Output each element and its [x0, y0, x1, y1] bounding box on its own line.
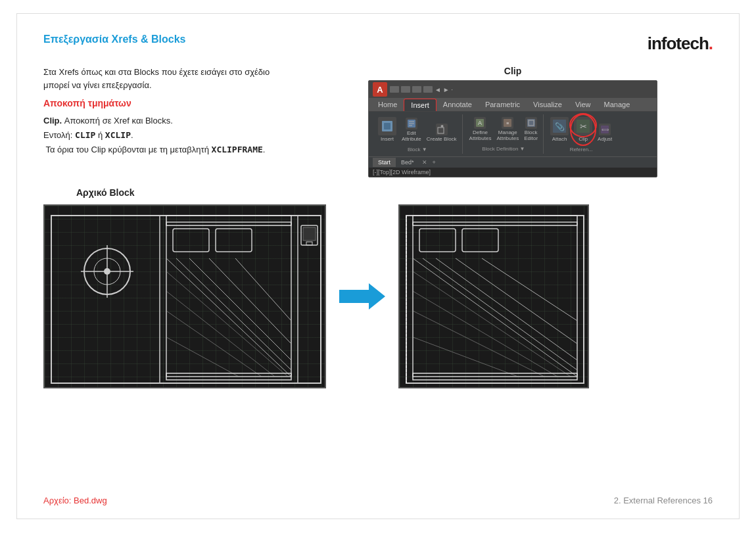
instructions: Clip. Αποκοπή σε Xref και Blocks. Εντολή…	[43, 114, 293, 157]
page-number: 2. External References 16	[614, 496, 713, 505]
block-editor-icon	[525, 117, 537, 129]
icon-1	[390, 86, 399, 93]
svg-text:A: A	[478, 120, 482, 126]
define-attr-label: DefineAttributes	[469, 130, 492, 142]
adjust-label: Adjust	[598, 137, 612, 143]
create-block-label: Create Block	[427, 137, 457, 143]
tab-manage: Manage	[598, 99, 637, 111]
svg-rect-30	[216, 229, 252, 252]
attach-btn: 📎 Attach	[549, 116, 570, 144]
ribbon-group-blockdef: A DefineAttributes ≡ ManageAttributes	[464, 114, 544, 154]
svg-rect-59	[413, 216, 577, 225]
section-title: Αποκοπή τμημάτων	[43, 98, 293, 108]
footer-close: ✕	[419, 158, 430, 167]
svg-line-51	[423, 258, 577, 370]
clip-icon: ✂	[574, 117, 592, 135]
svg-line-34	[209, 258, 291, 344]
header: Επεξεργασία Xrefs & Blocks infotech.	[43, 34, 713, 54]
logo: infotech.	[648, 34, 713, 54]
footer-new-tab: +	[430, 158, 438, 167]
ribbon-group-reference: 📎 Attach ✂ Clip	[545, 114, 617, 154]
svg-text:📎: 📎	[555, 122, 565, 131]
tab-home: Home	[371, 99, 404, 111]
svg-rect-49	[462, 229, 498, 252]
manage-attr-icon: ≡	[502, 117, 513, 129]
tab-view: View	[569, 99, 598, 111]
svg-line-58	[413, 337, 518, 377]
top-icons: ◄ ► ·	[390, 86, 453, 93]
page: Επεξεργασία Xrefs & Blocks infotech. Στα…	[16, 13, 740, 519]
page-footer: Αρχείο: Bed.dwg 2. External References 1…	[43, 496, 713, 505]
clip-section-label: Clip	[504, 66, 521, 76]
left-column: Στα Xrefs όπως και στα Blocks που έχετε …	[43, 66, 293, 177]
logo-dot: .	[709, 34, 713, 53]
manage-attr-label: ManageAttributes	[496, 130, 519, 142]
svg-rect-48	[419, 229, 456, 252]
block-section-title: Αρχικό Block	[76, 187, 135, 198]
svg-marker-45	[339, 283, 385, 310]
adjust-btn: ⟺ Adjust	[596, 122, 613, 144]
svg-rect-6	[438, 127, 444, 133]
images-row	[43, 204, 713, 388]
svg-line-31	[166, 258, 291, 377]
svg-rect-43	[166, 216, 291, 225]
svg-rect-29	[173, 229, 209, 252]
define-attr-icon: A	[474, 117, 486, 129]
page-title: Επεξεργασία Xrefs & Blocks	[43, 34, 185, 45]
adjust-icon: ⟺	[599, 124, 611, 135]
insert-icon	[378, 117, 396, 135]
svg-text:✱: ✱	[440, 125, 443, 128]
right-column: Clip A ◄ ► · Home Inse	[313, 66, 713, 177]
blockdef-buttons: A DefineAttributes ≡ ManageAttributes	[468, 116, 540, 143]
blockdef-group-label: Block Definition ▼	[482, 146, 525, 152]
svg-line-53	[456, 258, 577, 344]
svg-line-56	[413, 291, 557, 377]
content-row: Στα Xrefs όπως και στα Blocks που έχετε …	[43, 66, 713, 177]
command-xclip: XCLIP	[105, 130, 131, 140]
icon-4	[423, 86, 433, 93]
file-reference: Αρχείο: Bed.dwg	[43, 496, 107, 505]
reference-buttons: 📎 Attach ✂ Clip	[549, 116, 613, 144]
ribbon-footer: Start Bed* ✕ +	[369, 156, 657, 168]
create-block-icon: ✱	[436, 124, 448, 135]
svg-line-32	[176, 258, 291, 370]
create-block-btn: ✱ Create Block	[425, 122, 458, 144]
svg-rect-46	[406, 216, 584, 383]
tab-parametric: Parametric	[479, 99, 527, 111]
svg-line-50	[413, 258, 577, 377]
block-editor-btn: BlockEditor	[523, 116, 539, 143]
arrow-right	[339, 280, 385, 313]
svg-line-36	[166, 271, 288, 377]
svg-rect-47	[413, 222, 577, 377]
icon-3	[412, 86, 421, 93]
clip-label-btn: Clip	[579, 137, 588, 143]
ribbon-top-bar: A ◄ ► ·	[369, 81, 657, 99]
svg-rect-1	[384, 123, 390, 129]
var-xclipframe: XCLIPFRAME	[212, 145, 263, 154]
edit-attr-icon	[406, 118, 417, 129]
bottom-section: Αρχικό Block	[43, 187, 713, 388]
tab-insert: Insert	[404, 99, 437, 111]
svg-line-38	[166, 311, 262, 377]
attach-label: Attach	[552, 137, 567, 143]
svg-rect-41	[303, 227, 316, 241]
autocad-logo: A	[373, 82, 387, 97]
svg-line-39	[166, 337, 239, 377]
tab-visualize: Visualize	[527, 99, 569, 111]
svg-line-52	[436, 258, 577, 360]
manage-attributes-btn: ≡ ManageAttributes	[495, 116, 520, 143]
tab-annotate: Annotate	[437, 99, 479, 111]
insert-label: Insert	[381, 137, 394, 143]
svg-rect-16	[577, 120, 590, 133]
svg-line-55	[413, 271, 571, 377]
define-attributes-btn: A DefineAttributes	[468, 116, 493, 143]
clip-label-inline: Clip.	[43, 116, 62, 126]
icon-2	[401, 86, 410, 93]
ribbon-group-block: Insert EditAttribute	[373, 114, 463, 154]
svg-text:⟺: ⟺	[602, 127, 609, 133]
clip-btn: ✂ Clip	[573, 116, 594, 144]
cad-image-original	[43, 204, 326, 388]
svg-line-33	[189, 258, 291, 360]
ribbon-tabs: Home Insert Annotate Parametric Visualiz…	[369, 99, 657, 112]
footer-tab-start: Start	[373, 158, 396, 167]
